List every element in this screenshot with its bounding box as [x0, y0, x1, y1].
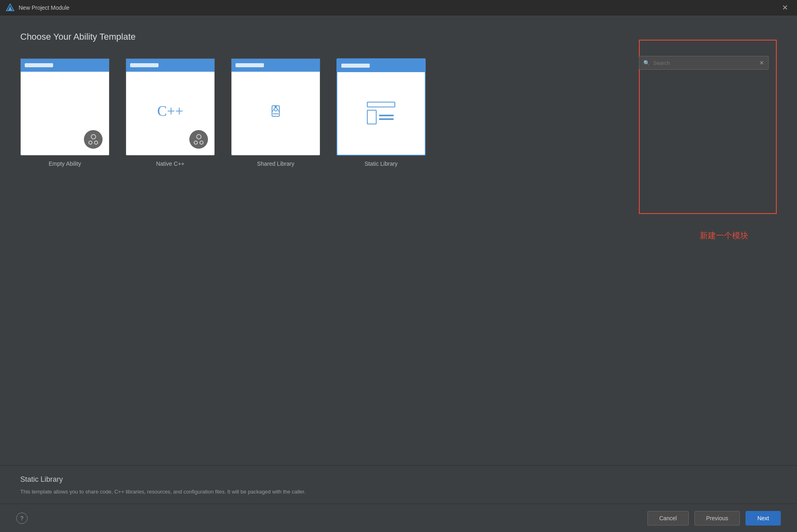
description-text: This template allows you to share code, … — [20, 488, 385, 496]
main-content: Choose Your Ability Template 🔍 ✕ — [0, 15, 797, 532]
card-image-shared-library — [231, 58, 320, 156]
cpp-icon: C++ — [157, 104, 184, 118]
description-area: Static Library This template allows you … — [0, 465, 797, 504]
footer: ? Cancel Previous Next — [0, 504, 797, 532]
card-badge — [84, 130, 103, 149]
annotation-text: 新建一个模块 — [700, 230, 748, 241]
layout-line — [379, 115, 394, 116]
card-image-native-cpp: C++ — [126, 58, 215, 156]
layout-lines — [379, 110, 394, 124]
shared-library-icon — [266, 102, 285, 120]
cancel-button[interactable]: Cancel — [647, 511, 689, 526]
template-card-empty-ability[interactable]: Empty Ability — [20, 58, 109, 167]
peer-circles-icon — [88, 134, 98, 145]
card-header — [337, 59, 425, 72]
next-button[interactable]: Next — [746, 511, 781, 526]
card-label-static-library: Static Library — [364, 160, 398, 167]
card-image-empty-ability — [20, 58, 109, 156]
layout-line — [379, 118, 394, 120]
header-bar — [130, 63, 159, 67]
peer-bottom-circles — [88, 141, 98, 145]
app-logo — [6, 3, 15, 12]
top-area: Choose Your Ability Template 🔍 ✕ — [0, 15, 797, 465]
share-svg — [266, 102, 285, 120]
svg-point-1 — [274, 108, 277, 111]
card-header — [126, 59, 214, 72]
header-bar — [236, 63, 264, 67]
template-card-shared-library[interactable]: Shared Library — [231, 58, 320, 167]
card-label-empty-ability: Empty Ability — [49, 160, 81, 167]
peer-top-circle — [196, 134, 201, 139]
header-bar — [25, 63, 53, 67]
card-header — [21, 59, 109, 72]
layout-row1 — [367, 102, 395, 107]
search-bar-container: 🔍 ✕ — [639, 56, 769, 70]
header-bar — [341, 64, 370, 68]
peer-top-circle — [91, 134, 96, 139]
search-bar: 🔍 ✕ — [639, 56, 769, 70]
window-title: New Project Module — [19, 4, 69, 11]
description-title: Static Library — [20, 475, 777, 484]
layout-row2 — [367, 110, 395, 124]
close-button[interactable]: ✕ — [779, 2, 791, 13]
previous-button[interactable]: Previous — [694, 511, 740, 526]
footer-buttons: Cancel Previous Next — [647, 511, 781, 526]
templates-row: Empty Ability C++ — [20, 58, 777, 167]
peer-circles-icon — [194, 134, 204, 145]
card-badge — [189, 130, 208, 149]
card-label-native-cpp: Native C++ — [156, 160, 184, 167]
search-input[interactable] — [653, 60, 756, 66]
layout-icon-inner — [367, 102, 395, 124]
svg-point-3 — [275, 106, 277, 108]
peer-bottom-circles — [194, 141, 204, 145]
help-button[interactable]: ? — [16, 513, 28, 524]
layout-icon — [367, 98, 395, 124]
card-image-static-library — [336, 58, 426, 156]
search-clear-button[interactable]: ✕ — [759, 60, 764, 66]
template-card-native-cpp[interactable]: C++ Native C++ — [126, 58, 215, 167]
template-card-static-library[interactable]: Static Library — [336, 58, 426, 167]
card-label-shared-library: Shared Library — [257, 160, 294, 167]
layout-box — [367, 110, 377, 124]
card-header — [231, 59, 320, 72]
title-bar: New Project Module ✕ — [0, 0, 797, 15]
page-heading: Choose Your Ability Template — [20, 32, 777, 42]
search-icon: 🔍 — [643, 60, 650, 66]
